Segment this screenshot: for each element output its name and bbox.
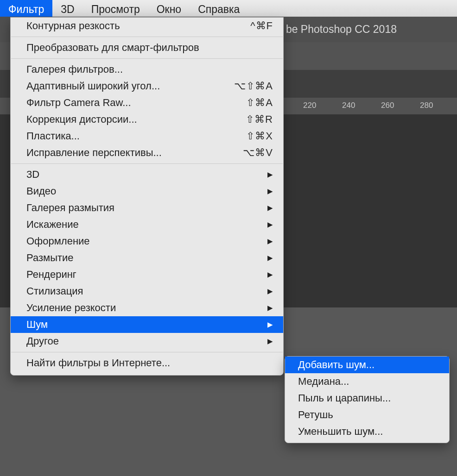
menuitem-label: Галерея фильтров... (26, 63, 123, 75)
menuitem-label: Галерея размытия (26, 202, 114, 214)
menu-filter[interactable]: Фильтр (0, 0, 52, 17)
submenu-arrow-icon: ▶ (267, 187, 273, 195)
menuitem-label: Усиление резкости (26, 302, 116, 314)
menuitem-despeckle[interactable]: Ретушь (285, 407, 449, 423)
menuitem-adaptive-wide-angle[interactable]: Адаптивный широкий угол...⌥⇧⌘A (11, 78, 283, 94)
menuitem-browse-filters-online[interactable]: Найти фильтры в Интернете... (11, 355, 283, 371)
submenu-arrow-icon: ▶ (267, 270, 273, 279)
menuitem-label: Исправление перспективы... (26, 147, 162, 159)
menuitem-label: Фильтр Camera Raw... (26, 97, 131, 109)
menuitem-label: Шум (26, 319, 48, 331)
menuitem-3d[interactable]: 3D▶ (11, 166, 283, 183)
menu-separator (11, 58, 283, 59)
submenu-arrow-icon: ▶ (267, 170, 273, 179)
menuitem-label: Рендеринг (26, 269, 76, 281)
menuitem-last-filter[interactable]: Контурная резкость ^⌘F (11, 18, 283, 34)
menu-separator (11, 37, 283, 37)
menuitem-label: Уменьшить шум... (298, 426, 383, 438)
menuitem-render[interactable]: Рендеринг▶ (11, 266, 283, 283)
menuitem-blur[interactable]: Размытие▶ (11, 250, 283, 266)
menuitem-median[interactable]: Медиана... (285, 373, 449, 390)
menuitem-pixelate[interactable]: Оформление▶ (11, 233, 283, 250)
menuitem-noise[interactable]: Шум▶ (11, 316, 283, 333)
app-title: be Photoshop CC 2018 (286, 23, 397, 36)
menuitem-liquify[interactable]: Пластика...⇧⌘X (11, 128, 283, 144)
menuitem-shortcut: ⌥⌘V (243, 147, 273, 159)
ruler-tick: 240 (342, 101, 355, 110)
ruler-tick: 280 (420, 101, 433, 110)
menuitem-sharpen[interactable]: Усиление резкости▶ (11, 300, 283, 316)
menuitem-add-noise[interactable]: Добавить шум... (285, 357, 449, 373)
menuitem-label: Видео (26, 185, 56, 197)
menu-3d[interactable]: 3D (52, 0, 83, 17)
menuitem-lens-correction[interactable]: Коррекция дисторсии...⇧⌘R (11, 111, 283, 128)
menuitem-label: Другое (26, 335, 59, 347)
menuitem-camera-raw-filter[interactable]: Фильтр Camera Raw...⇧⌘A (11, 94, 283, 111)
menuitem-label: Размытие (26, 252, 74, 264)
menuitem-shortcut: ⇧⌘X (246, 130, 273, 142)
menuitem-label: Коррекция дисторсии... (26, 113, 137, 125)
submenu-arrow-icon: ▶ (267, 287, 273, 295)
menuitem-label: Стилизация (26, 285, 83, 297)
filter-dropdown: Контурная резкость ^⌘F Преобразовать для… (10, 17, 284, 376)
menuitem-video[interactable]: Видео▶ (11, 183, 283, 200)
menuitem-label: Найти фильтры в Интернете... (26, 357, 170, 369)
menuitem-label: Адаптивный широкий угол... (26, 80, 160, 92)
menu-separator (11, 163, 283, 164)
menuitem-label: Пластика... (26, 130, 80, 142)
submenu-arrow-icon: ▶ (267, 220, 273, 229)
noise-submenu: Добавить шум... Медиана... Пыль и царапи… (285, 356, 450, 443)
menuitem-label: 3D (26, 169, 39, 181)
menu-view[interactable]: Просмотр (83, 0, 148, 17)
menuitem-label: Пыль и царапины... (298, 392, 391, 404)
menuitem-label: Искажение (26, 219, 79, 231)
menuitem-filter-gallery[interactable]: Галерея фильтров... (11, 61, 283, 78)
menuitem-label: Медиана... (298, 376, 349, 388)
menuitem-shortcut: ⌥⇧⌘A (234, 80, 273, 92)
ruler-tick: 260 (381, 101, 394, 110)
submenu-arrow-icon: ▶ (267, 337, 273, 345)
menu-help[interactable]: Справка (190, 0, 248, 17)
menu-bar: Фильтр 3D Просмотр Окно Справка (0, 0, 457, 17)
menuitem-label: Ретушь (298, 409, 333, 421)
submenu-arrow-icon: ▶ (267, 320, 273, 329)
menuitem-stylize[interactable]: Стилизация▶ (11, 283, 283, 300)
menuitem-other[interactable]: Другое▶ (11, 333, 283, 350)
menuitem-label: Оформление (26, 235, 90, 247)
menuitem-shortcut: ⇧⌘A (246, 97, 273, 109)
ruler-tick: 220 (303, 101, 316, 110)
submenu-arrow-icon: ▶ (267, 237, 273, 245)
menu-window[interactable]: Окно (148, 0, 190, 17)
submenu-arrow-icon: ▶ (267, 304, 273, 312)
submenu-arrow-icon: ▶ (267, 254, 273, 262)
menuitem-label: Преобразовать для смарт-фильтров (26, 42, 199, 54)
menuitem-shortcut: ⇧⌘R (246, 113, 273, 125)
menuitem-dust-scratches[interactable]: Пыль и царапины... (285, 390, 449, 407)
menuitem-distort[interactable]: Искажение▶ (11, 216, 283, 233)
menuitem-reduce-noise[interactable]: Уменьшить шум... (285, 423, 449, 440)
menuitem-blur-gallery[interactable]: Галерея размытия▶ (11, 200, 283, 216)
menuitem-label: Добавить шум... (298, 359, 374, 371)
menu-separator (11, 352, 283, 352)
submenu-arrow-icon: ▶ (267, 204, 273, 212)
menuitem-convert-smart-filters[interactable]: Преобразовать для смарт-фильтров (11, 39, 283, 56)
menuitem-vanishing-point[interactable]: Исправление перспективы...⌥⌘V (11, 144, 283, 161)
menuitem-label: Контурная резкость (26, 20, 120, 32)
menuitem-shortcut: ^⌘F (250, 20, 273, 32)
